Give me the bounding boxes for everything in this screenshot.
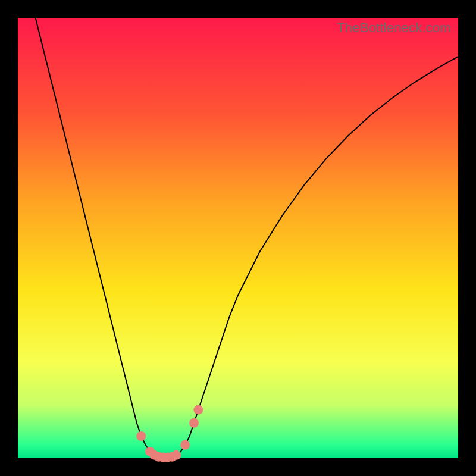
plot-area: TheBottleneck.com: [18, 18, 458, 458]
marker-group: [136, 405, 203, 462]
bottleneck-curve: [18, 0, 458, 458]
data-marker: [193, 405, 203, 415]
chart-frame: TheBottleneck.com: [0, 0, 476, 476]
curve-svg: [18, 18, 458, 458]
data-marker: [171, 450, 181, 460]
data-marker: [180, 440, 190, 450]
data-marker: [189, 418, 199, 428]
data-marker: [136, 431, 146, 441]
